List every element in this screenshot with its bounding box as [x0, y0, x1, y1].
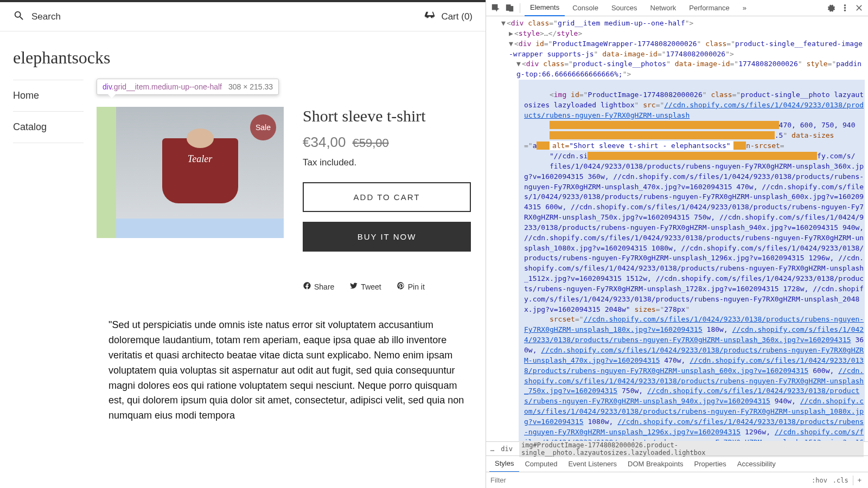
new-rule-button[interactable]: + — [856, 476, 864, 485]
dom-line[interactable]: ▶<style>…</style> — [503, 29, 865, 39]
top-bar: Search Cart (0) — [0, 2, 486, 31]
main-content: Home Catalog div.grid__item.medium-up--o… — [0, 80, 486, 292]
bc-img[interactable]: img#ProductImage-17748082000026.product-… — [519, 441, 864, 457]
svg-point-4 — [844, 7, 846, 9]
twitter-icon — [349, 281, 358, 292]
dom-line[interactable]: ▼<div class="product-single__photos" dat… — [511, 59, 865, 80]
dom-line[interactable]: ▼<div class="grid__item medium-up--one-h… — [496, 18, 865, 29]
tabs-overflow[interactable]: » — [737, 0, 752, 16]
add-to-cart-button[interactable]: ADD TO CART — [303, 182, 471, 212]
pin-label: Pin it — [408, 282, 425, 291]
search-icon — [13, 10, 25, 23]
kebab-menu-icon[interactable] — [839, 2, 851, 14]
share-facebook[interactable]: Share — [303, 281, 334, 292]
price-row: €34,00 €59,00 — [303, 134, 473, 151]
search-label: Search — [31, 11, 61, 22]
price-sale: €34,00 — [303, 134, 346, 151]
cart-icon — [424, 10, 436, 23]
share-label: Share — [314, 282, 334, 291]
product-image-column: div.grid__item.medium-up--one-half 308 ×… — [97, 107, 284, 292]
elements-breadcrumb[interactable]: … div img#ProductImage-17748082000026.pr… — [486, 441, 868, 455]
inspect-tooltip: div.grid__item.medium-up--one-half 308 ×… — [97, 79, 279, 95]
styles-tabbar: Styles Computed Event Listeners DOM Brea… — [486, 455, 868, 472]
svg-point-3 — [844, 5, 846, 7]
tab-performance[interactable]: Performance — [684, 0, 735, 16]
inspect-element-icon[interactable] — [489, 2, 501, 14]
price-original: €59,00 — [353, 136, 389, 150]
styles-tab-accessibility[interactable]: Accessibility — [732, 456, 781, 472]
elements-tree[interactable]: ▼<div class="grid__item medium-up--one-h… — [486, 16, 868, 441]
devtools-toolbar: Elements Console Sources Network Perform… — [486, 0, 868, 16]
side-nav: Home Catalog — [13, 80, 84, 292]
site-scroll-region[interactable]: Search Cart (0) elephantsocks Home Catal… — [0, 2, 486, 488]
shirt-illustration — [162, 138, 238, 203]
highlight-margin — [97, 107, 116, 238]
product-details: Short sleeve t-shirt €34,00 €59,00 Tax i… — [303, 107, 473, 292]
tooltip-selector: div.grid__item.medium-up--one-half — [103, 82, 222, 91]
tab-network[interactable]: Network — [645, 0, 682, 16]
nav-item-home[interactable]: Home — [13, 80, 84, 112]
share-pinterest[interactable]: Pin it — [397, 281, 425, 292]
cls-toggle[interactable]: .cls — [831, 476, 851, 485]
sale-badge: Sale — [250, 114, 276, 140]
pinterest-icon — [397, 281, 405, 292]
cart-link[interactable]: Cart (0) — [424, 10, 473, 23]
product-content: div.grid__item.medium-up--one-half 308 ×… — [97, 80, 473, 292]
dom-line[interactable]: ▼<div id="ProductImageWrapper-1774808200… — [503, 39, 865, 60]
styles-filter-bar: :hov .cls + — [486, 472, 868, 488]
brand-title[interactable]: elephantsocks — [0, 31, 486, 80]
styles-tab-computed[interactable]: Computed — [519, 456, 563, 472]
dom-line-selected[interactable]: <img id="ProductImage-17748082000026" cl… — [519, 80, 865, 441]
social-row: Share Tweet Pin it — [303, 281, 473, 292]
facebook-icon — [303, 281, 311, 292]
website-pane: Search Cart (0) elephantsocks Home Catal… — [0, 0, 486, 488]
tab-sources[interactable]: Sources — [606, 0, 643, 16]
device-toggle-icon[interactable] — [503, 2, 515, 14]
styles-tab-listeners[interactable]: Event Listeners — [563, 456, 622, 472]
product-description: "Sed ut perspiciatis unde omnis iste nat… — [0, 292, 486, 436]
svg-rect-2 — [509, 7, 513, 11]
styles-tab-styles[interactable]: Styles — [489, 456, 519, 472]
inspected-element-highlight: div.grid__item.medium-up--one-half 308 ×… — [97, 107, 284, 238]
tab-elements[interactable]: Elements — [525, 0, 565, 16]
settings-icon[interactable] — [825, 2, 837, 14]
buy-now-button[interactable]: BUY IT NOW — [303, 222, 471, 252]
tooltip-dimensions: 308 × 215.33 — [228, 82, 273, 91]
bc-dots[interactable]: … — [490, 445, 494, 453]
cart-label: Cart (0) — [441, 11, 473, 22]
search-area[interactable]: Search — [13, 10, 61, 23]
devtools-pane: Elements Console Sources Network Perform… — [486, 0, 868, 488]
nav-item-catalog[interactable]: Catalog — [13, 112, 84, 143]
bc-div[interactable]: div — [501, 445, 513, 453]
styles-tab-properties[interactable]: Properties — [689, 456, 732, 472]
share-twitter[interactable]: Tweet — [349, 281, 381, 292]
highlight-box: Sale — [97, 107, 284, 238]
product-title: Short sleeve t-shirt — [303, 107, 473, 125]
styles-filter-input[interactable] — [490, 476, 809, 484]
tweet-label: Tweet — [361, 282, 381, 291]
hov-toggle[interactable]: :hov — [809, 476, 829, 485]
toolbar-sep — [520, 3, 520, 13]
close-icon[interactable] — [853, 2, 865, 14]
svg-point-5 — [844, 10, 846, 11]
tax-note: Tax included. — [303, 157, 473, 168]
styles-tab-dombp[interactable]: DOM Breakpoints — [622, 456, 689, 472]
tab-console[interactable]: Console — [567, 0, 604, 16]
